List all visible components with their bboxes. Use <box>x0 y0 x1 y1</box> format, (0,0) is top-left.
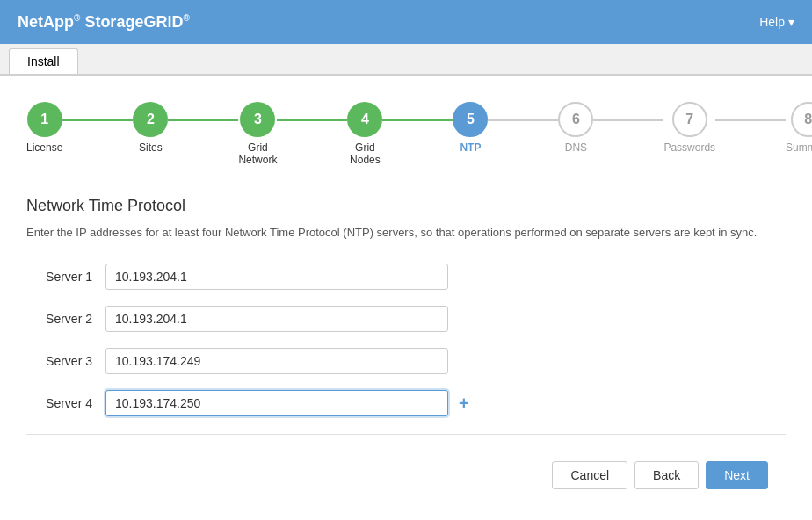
server-3-group: Server 3 <box>26 348 786 374</box>
server-4-group: Server 4 + <box>26 390 786 416</box>
stepper: 1 License 2 Sites 3 Grid Network 4 Grid … <box>26 93 786 175</box>
app-title: NetApp® StorageGRID® <box>18 13 190 32</box>
step-8-circle: 8 <box>791 102 812 137</box>
step-1-circle: 1 <box>27 102 62 137</box>
connector-2-3 <box>168 119 238 121</box>
section-title: Network Time Protocol <box>26 197 786 215</box>
section-description: Enter the IP addresses for at least four… <box>26 224 786 242</box>
server-3-label: Server 3 <box>26 354 105 368</box>
step-5-circle: 5 <box>453 102 488 137</box>
add-server-button[interactable]: + <box>459 394 469 412</box>
back-button[interactable]: Back <box>634 461 699 489</box>
step-2: 2 Sites <box>133 102 168 154</box>
step-4-label: Grid Nodes <box>347 141 382 166</box>
server-2-label: Server 2 <box>26 312 105 326</box>
step-6: 6 DNS <box>558 102 593 154</box>
footer-buttons: Cancel Back Next <box>26 452 786 498</box>
step-5-label: NTP <box>460 141 481 154</box>
server-1-label: Server 1 <box>26 270 105 284</box>
step-3-label: Grid Network <box>238 141 277 166</box>
main-content: 1 License 2 Sites 3 Grid Network 4 Grid … <box>0 76 812 520</box>
help-button[interactable]: Help ▾ <box>759 15 794 29</box>
step-6-label: DNS <box>565 141 587 154</box>
server-4-label: Server 4 <box>26 396 105 410</box>
tab-install[interactable]: Install <box>9 48 78 74</box>
footer-divider <box>26 434 786 435</box>
connector-6-7 <box>593 119 663 121</box>
step-6-circle: 6 <box>558 102 593 137</box>
server-3-input[interactable] <box>105 348 448 374</box>
cancel-button[interactable]: Cancel <box>552 461 627 489</box>
next-button[interactable]: Next <box>706 461 768 489</box>
header: NetApp® StorageGRID® Help ▾ <box>0 0 812 44</box>
step-7: 7 Passwords <box>663 102 715 154</box>
step-5: 5 NTP <box>453 102 488 154</box>
server-1-input[interactable] <box>105 264 448 290</box>
server-4-input[interactable] <box>105 390 448 416</box>
connector-1-2 <box>62 119 133 121</box>
step-7-circle: 7 <box>672 102 707 137</box>
step-1-label: License <box>26 141 62 154</box>
connector-3-4 <box>277 119 347 121</box>
step-1: 1 License <box>26 102 62 154</box>
connector-7-8 <box>715 119 786 121</box>
server-1-group: Server 1 <box>26 264 786 290</box>
tab-bar: Install <box>0 44 812 76</box>
step-7-label: Passwords <box>663 141 715 154</box>
step-2-label: Sites <box>139 141 163 154</box>
step-3: 3 Grid Network <box>238 102 277 166</box>
connector-4-5 <box>382 119 453 121</box>
step-2-circle: 2 <box>133 102 168 137</box>
server-2-input[interactable] <box>105 306 448 332</box>
step-8: 8 Summary <box>786 102 812 154</box>
step-8-label: Summary <box>786 141 812 154</box>
step-4-circle: 4 <box>347 102 382 137</box>
chevron-down-icon: ▾ <box>788 15 794 29</box>
connector-5-6 <box>488 119 558 121</box>
step-4: 4 Grid Nodes <box>347 102 382 166</box>
step-3-circle: 3 <box>240 102 275 137</box>
server-2-group: Server 2 <box>26 306 786 332</box>
